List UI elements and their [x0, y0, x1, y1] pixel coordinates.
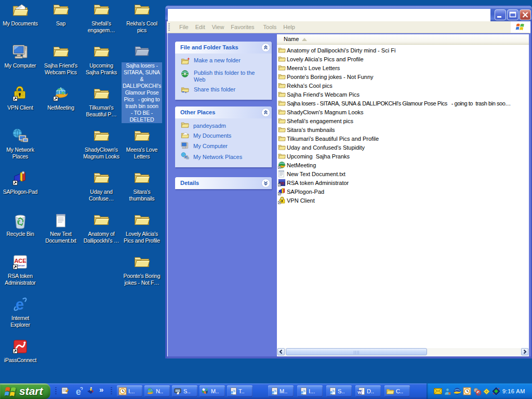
svg-text:e: e: [271, 389, 274, 395]
svg-text:W: W: [357, 390, 362, 395]
svg-text:Server: Server: [17, 264, 25, 267]
svg-text:e: e: [329, 389, 332, 395]
svg-text:ACE: ACE: [14, 258, 26, 264]
svg-text:e: e: [300, 389, 303, 395]
svg-text:e: e: [230, 389, 233, 395]
